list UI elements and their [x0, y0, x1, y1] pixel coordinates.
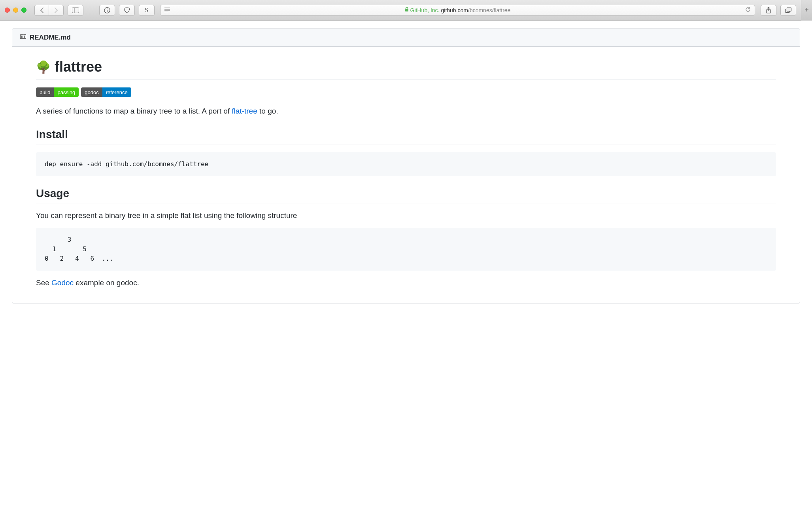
usage-code-block: 3 1 5 0 2 4 6 ... — [36, 228, 776, 271]
badges-row: build passing godoc reference — [36, 87, 776, 97]
godoc-badge[interactable]: godoc reference — [81, 87, 131, 97]
readme-container: README.md 🌳 flattree build passing godoc… — [12, 28, 800, 303]
description: A series of functions to map a binary tr… — [36, 106, 776, 117]
usage-description: You can represent a binary tree in a sim… — [36, 211, 776, 220]
godoc-post: example on godoc. — [74, 279, 139, 287]
build-badge[interactable]: build passing — [36, 87, 79, 97]
godoc-link[interactable]: Godoc — [51, 279, 74, 287]
godoc-badge-value: reference — [102, 87, 131, 97]
svg-rect-13 — [787, 8, 791, 11]
share-button[interactable] — [761, 5, 776, 16]
book-icon — [19, 34, 26, 42]
forward-button[interactable] — [49, 5, 63, 15]
desc-pre: A series of functions to map a binary tr… — [36, 107, 232, 115]
readme-header: README.md — [12, 29, 800, 47]
flat-tree-link[interactable]: flat-tree — [232, 107, 257, 115]
maximize-window-button[interactable] — [21, 8, 26, 13]
sidebar-button[interactable] — [68, 5, 83, 16]
browser-toolbar: S GitHub, Inc. github.com/bcomnes/flattr… — [0, 0, 812, 21]
minimize-window-button[interactable] — [13, 8, 18, 13]
godoc-badge-label: godoc — [81, 87, 102, 97]
build-badge-value: passing — [54, 87, 79, 97]
reload-icon[interactable] — [745, 7, 751, 13]
window-controls — [5, 8, 26, 13]
url-path: /bcomnes/flattree — [468, 7, 510, 13]
address-bar[interactable]: GitHub, Inc. github.com/bcomnes/flattree — [160, 5, 755, 16]
install-heading: Install — [36, 128, 776, 144]
right-tools — [761, 5, 796, 16]
svg-rect-9 — [405, 9, 408, 11]
close-window-button[interactable] — [5, 8, 10, 13]
readme-body: 🌳 flattree build passing godoc reference… — [12, 47, 800, 303]
s-label: S — [145, 6, 148, 14]
url-display: GitHub, Inc. github.com/bcomnes/flattree — [405, 7, 511, 13]
install-code-block: dep ensure -add github.com/bcomnes/flatt… — [36, 152, 776, 176]
new-tab-button[interactable]: + — [801, 0, 812, 21]
godoc-line: See Godoc example on godoc. — [36, 279, 776, 287]
shield-button[interactable] — [119, 5, 135, 16]
back-button[interactable] — [35, 5, 49, 15]
reader-icon[interactable] — [164, 7, 170, 13]
usage-heading: Usage — [36, 187, 776, 203]
nav-buttons — [34, 5, 64, 16]
desc-post: to go. — [257, 107, 278, 115]
readme-filename: README.md — [30, 34, 71, 42]
svg-rect-0 — [72, 8, 79, 13]
title-text: flattree — [55, 59, 102, 75]
build-badge-label: build — [36, 87, 54, 97]
info-button[interactable] — [99, 5, 115, 16]
page-content: README.md 🌳 flattree build passing godoc… — [0, 21, 812, 527]
tree-emoji-icon: 🌳 — [36, 60, 51, 74]
url-domain: github.com — [441, 7, 468, 13]
s-button[interactable]: S — [139, 5, 155, 16]
readme-title: 🌳 flattree — [36, 59, 776, 80]
godoc-pre: See — [36, 279, 51, 287]
url-owner: GitHub, Inc. — [410, 7, 440, 13]
tabs-button[interactable] — [780, 5, 796, 16]
lock-icon — [405, 7, 409, 13]
svg-point-3 — [107, 8, 108, 9]
